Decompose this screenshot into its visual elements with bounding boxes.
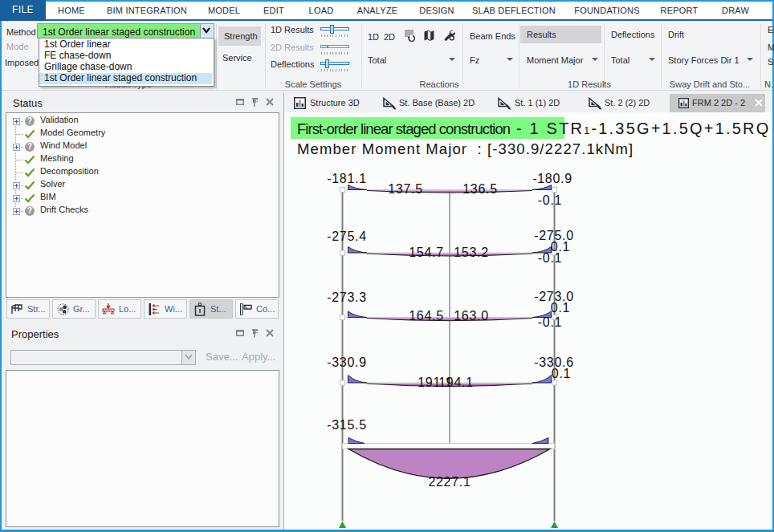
svg-text:-275.4: -275.4 [327, 229, 367, 243]
svg-text:-330.9: -330.9 [327, 355, 367, 369]
svg-text:-0.1: -0.1 [538, 193, 562, 207]
svg-text:2227.1: 2227.1 [428, 475, 471, 489]
svg-text:153.2: 153.2 [454, 246, 489, 259]
svg-text:137.5: 137.5 [388, 182, 423, 196]
svg-text:164.5: 164.5 [409, 309, 444, 323]
svg-text:-0.1: -0.1 [538, 315, 562, 329]
svg-text:-273.3: -273.3 [327, 290, 367, 304]
svg-text:163.0: 163.0 [454, 309, 489, 323]
svg-text:194.1: 194.1 [438, 376, 474, 389]
svg-text:0.1: 0.1 [551, 301, 570, 315]
svg-text:154.7: 154.7 [409, 246, 444, 259]
svg-text:-180.9: -180.9 [532, 172, 572, 185]
svg-text:0.1: 0.1 [552, 367, 571, 380]
svg-text:-0.1: -0.1 [538, 251, 562, 265]
svg-text:-181.1: -181.1 [327, 172, 367, 185]
svg-text:-315.5: -315.5 [327, 418, 367, 432]
svg-text:136.5: 136.5 [462, 182, 498, 196]
